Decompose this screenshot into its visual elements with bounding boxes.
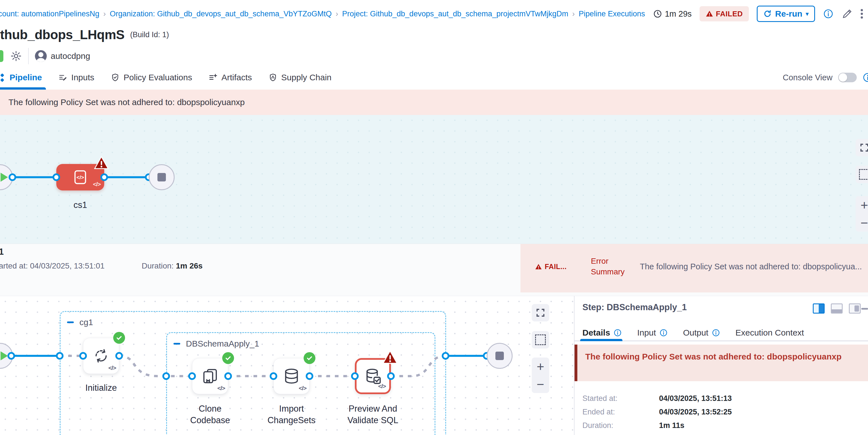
execution-actions: 1m 29s FAILED Re-run ▾ bbox=[653, 6, 863, 22]
rerun-button-label: Re-run bbox=[775, 9, 802, 19]
success-badge-icon bbox=[113, 332, 125, 344]
top-bar: count: automationPipelinesNg › Organizat… bbox=[0, 0, 868, 28]
console-view-toggle[interactable] bbox=[838, 73, 857, 82]
sync-icon bbox=[92, 347, 110, 365]
step-import-changesets[interactable]: </> bbox=[274, 358, 310, 394]
warning-triangle-icon bbox=[706, 10, 713, 18]
tab-supply-chain[interactable]: Supply Chain bbox=[269, 65, 332, 90]
gear-icon[interactable] bbox=[10, 50, 22, 62]
stage-name: 1 bbox=[0, 247, 4, 257]
detail-value: 1m 11s bbox=[659, 421, 684, 430]
tab-artifacts-label: Artifacts bbox=[221, 73, 252, 82]
breadcrumb-project[interactable]: Project: Github_db_devops_aut_db_schema_… bbox=[342, 9, 568, 18]
rerun-refresh-icon bbox=[763, 9, 772, 18]
detail-label: Started at: bbox=[582, 394, 659, 403]
detail-value: 04/03/2025, 13:52:25 bbox=[659, 408, 732, 416]
marquee-select-button[interactable] bbox=[532, 331, 549, 348]
breadcrumb-account[interactable]: count: automationPipelinesNg bbox=[0, 9, 99, 18]
step-panel-tabs: Details Input Output Execution Context bbox=[582, 324, 868, 341]
tab-details[interactable]: Details bbox=[582, 328, 622, 338]
stage-graph-canvas[interactable]: </> </> cs1 + − bbox=[0, 115, 868, 244]
connector-point bbox=[351, 372, 359, 380]
edit-pencil-icon[interactable] bbox=[841, 8, 853, 20]
success-badge-icon bbox=[304, 352, 315, 364]
breadcrumb-pipeline-executions[interactable]: Pipeline Executions bbox=[579, 9, 645, 18]
step-panel-title: Step: DBSchemaApply_1 bbox=[582, 302, 687, 312]
layout-floating-icon[interactable] bbox=[849, 304, 861, 314]
zoom-in-button[interactable]: + bbox=[861, 198, 868, 212]
stage-node-label: cs1 bbox=[52, 199, 108, 211]
chevron-separator: › bbox=[103, 9, 106, 18]
code-glyph: </> bbox=[93, 181, 100, 188]
layout-split-right-icon[interactable] bbox=[813, 304, 825, 314]
connector-point bbox=[80, 352, 87, 360]
code-glyph: </> bbox=[299, 385, 306, 392]
tab-artifacts[interactable]: Artifacts bbox=[209, 65, 252, 90]
step-label: Import ChangeSets bbox=[263, 403, 320, 426]
tab-input[interactable]: Input bbox=[637, 328, 668, 338]
execution-graph-canvas[interactable]: cg1 DBSchemaApply_1 </> Initialize </> bbox=[0, 296, 574, 435]
svg-text:</>: </> bbox=[76, 175, 84, 180]
detail-row-duration: Duration: 1m 11s bbox=[582, 421, 684, 430]
error-summary-panel: FAIL... Error Summary The following Poli… bbox=[521, 244, 868, 292]
breadcrumb-organization[interactable]: Organization: Github_db_devops_aut_db_sc… bbox=[110, 9, 332, 18]
database-icon bbox=[283, 367, 300, 385]
tab-policy-evaluations[interactable]: Policy Evaluations bbox=[111, 65, 192, 90]
tab-execution-context[interactable]: Execution Context bbox=[735, 328, 804, 338]
minimize-panel-icon[interactable] bbox=[861, 308, 868, 310]
error-badge-icon bbox=[94, 156, 109, 169]
step-label: Clone Codebase bbox=[182, 403, 238, 426]
detail-label: Ended at: bbox=[582, 408, 659, 416]
avatar bbox=[35, 50, 47, 62]
connector-point bbox=[9, 174, 16, 181]
tab-inputs[interactable]: Inputs bbox=[58, 65, 94, 90]
tab-policy-evaluations-label: Policy Evaluations bbox=[124, 73, 192, 82]
connector-point bbox=[442, 352, 450, 360]
zoom-in-button[interactable]: + bbox=[537, 360, 545, 373]
fullscreen-button[interactable] bbox=[532, 304, 549, 321]
meta-row: autocdpng bbox=[0, 47, 90, 65]
zoom-out-button[interactable]: − bbox=[861, 216, 868, 229]
build-id: (Build Id: 1) bbox=[130, 30, 169, 39]
inputs-icon bbox=[58, 73, 67, 82]
console-view-control: Console View bbox=[783, 65, 868, 90]
step-label: Preview And Validate SQL bbox=[345, 403, 401, 426]
connector-point bbox=[116, 352, 123, 360]
divider bbox=[28, 48, 29, 64]
tab-supply-chain-label: Supply Chain bbox=[281, 73, 332, 82]
step-label: Initialize bbox=[73, 382, 129, 394]
clock-icon bbox=[653, 9, 662, 18]
console-view-info-icon[interactable] bbox=[862, 72, 868, 83]
tab-inputs-label: Inputs bbox=[71, 73, 94, 82]
marquee-select-button[interactable] bbox=[856, 166, 868, 183]
chevron-separator: › bbox=[572, 9, 575, 18]
supply-chain-shield-icon bbox=[269, 73, 277, 82]
fullscreen-icon bbox=[859, 143, 868, 153]
pipeline-icon bbox=[0, 73, 6, 82]
connector-point bbox=[162, 372, 170, 380]
connector-point bbox=[53, 174, 60, 181]
tab-pipeline[interactable]: Pipeline bbox=[0, 65, 42, 90]
fullscreen-button[interactable] bbox=[856, 139, 868, 156]
rerun-button[interactable]: Re-run ▾ bbox=[757, 6, 815, 22]
elapsed-time-value: 1m 29s bbox=[665, 9, 692, 19]
artifacts-icon bbox=[209, 73, 217, 82]
shield-check-icon bbox=[111, 73, 120, 82]
connector-point bbox=[100, 174, 108, 181]
layout-split-bottom-icon[interactable] bbox=[831, 304, 843, 314]
tab-execution-context-label: Execution Context bbox=[735, 328, 804, 338]
clone-codebase-icon bbox=[202, 367, 219, 385]
info-icon bbox=[712, 329, 720, 337]
code-glyph: </> bbox=[217, 385, 225, 392]
step-error-text: The following Policy Set was not adhered… bbox=[585, 352, 841, 362]
step-details-panel: Step: DBSchemaApply_1 Details Input Outp… bbox=[574, 296, 868, 435]
zoom-out-button[interactable]: − bbox=[537, 378, 545, 391]
step-initialize[interactable]: </> bbox=[83, 338, 119, 374]
tab-output[interactable]: Output bbox=[683, 328, 720, 338]
pipeline-execution-screen: count: automationPipelinesNg › Organizat… bbox=[0, 0, 868, 435]
info-icon[interactable] bbox=[823, 8, 834, 19]
more-options-icon[interactable] bbox=[861, 8, 863, 20]
detail-row-ended: Ended at: 04/03/2025, 13:52:25 bbox=[582, 408, 732, 416]
info-icon bbox=[613, 329, 622, 337]
step-clone-codebase[interactable]: </> bbox=[192, 358, 228, 394]
